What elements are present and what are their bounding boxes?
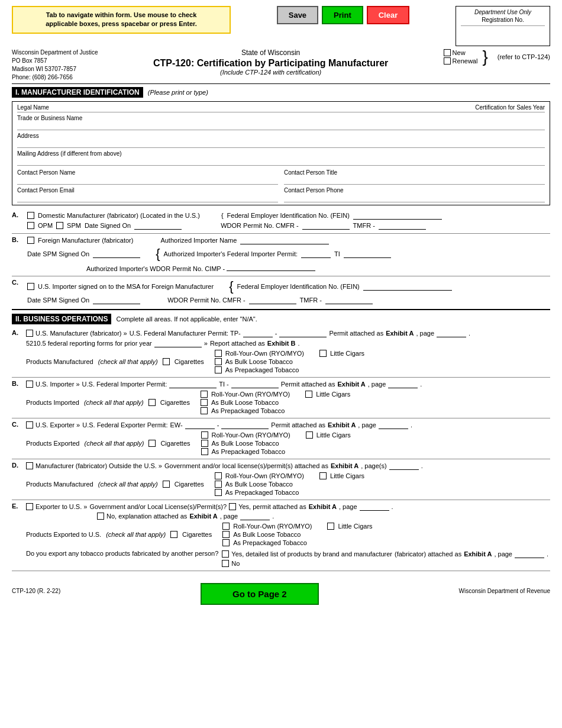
ops-a-page-field[interactable] [437,329,466,337]
ops-a-exhibit-bold: Exhibit A [386,330,414,337]
ops-e-prepkg-checkbox[interactable] [222,539,230,546]
mfr-c-fein-label: Federal Employer Identification No. (FEI… [237,283,360,290]
mfr-c-tmfr-field[interactable] [325,296,373,304]
ops-a-ryo-checkbox[interactable] [215,350,222,357]
date-signed-field[interactable] [134,221,182,230]
ops-a-check-note: (check all that apply) [98,358,158,365]
mfr-b-date-field[interactable] [93,250,140,258]
mfr-b-date-label: Date SPM Signed On [27,250,89,257]
ops-a-bulk-checkbox[interactable] [215,358,222,365]
mfr-a-tmfr-field[interactable] [379,221,426,230]
ops-c-checkbox[interactable] [26,421,33,429]
ops-a-permit-field2[interactable] [279,329,327,337]
ops-e-no-checkbox[interactable] [97,513,104,520]
mfr-a-wdor: WDOR Permit No. CMFR - [221,222,298,229]
ops-d-page-field[interactable] [389,462,419,470]
mfr-c-wdor-field[interactable] [249,296,296,304]
mfr-b-permit-field[interactable] [301,250,331,258]
go-to-page2-button[interactable]: Go to Page 2 [201,583,319,605]
renewal-checkbox[interactable] [444,57,451,65]
ops-b-permit-ti[interactable] [169,380,217,388]
mfr-a-fein-field[interactable] [353,211,442,220]
ops-e-yes-checkbox[interactable] [229,503,236,510]
ops-e-no-page-field[interactable] [240,512,270,520]
ops-d-cig-checkbox[interactable] [163,481,170,488]
ops-d-bulk-checkbox[interactable] [215,481,222,488]
ops-d-exhibit-text: Government and/or local license(s)/permi… [164,462,328,469]
mfr-c-date-field[interactable] [93,296,140,304]
ops-b-page-field[interactable] [388,380,418,388]
ops-c-bulk-checkbox[interactable] [201,440,208,447]
ops-e-export-no-checkbox[interactable] [222,560,229,567]
ops-c-page-field[interactable] [379,421,408,429]
print-button[interactable]: Print [322,6,363,24]
ops-b-ti-field[interactable] [231,380,279,388]
ops-a-permit-field1[interactable] [243,329,273,337]
ops-a-products-label: Products Manufactured [26,358,93,365]
clear-button[interactable]: Clear [367,6,410,24]
contact-email-label: Contact Person Email [17,187,278,194]
ops-e-cig-checkbox[interactable] [170,531,177,538]
form-title-block: State of Wisconsin CTP-120: Certificatio… [98,49,444,76]
ops-b-prepackaged: As Prepackaged Tobacco [211,407,285,414]
ops-e-bulk-checkbox[interactable] [222,531,230,538]
ops-c-lc-checkbox[interactable] [306,431,313,439]
ops-c-ew-field1[interactable] [185,421,215,429]
mfr-b-checkbox[interactable] [27,237,34,244]
ops-a-checkbox[interactable] [26,330,33,337]
mfr-c-checkbox[interactable] [27,283,34,290]
ops-a-cig-checkbox[interactable] [163,358,170,365]
ops-e-page2-field[interactable] [515,550,544,558]
mfr-b-importer-field[interactable] [240,236,329,244]
ops-c-products-label: Products Exported [26,440,80,447]
ops-b-ryo-checkbox[interactable] [201,391,208,398]
ops-d-lc-checkbox[interactable] [319,472,327,479]
ops-e-no-page: , page [220,513,238,520]
ops-b-cig-checkbox[interactable] [148,399,156,406]
ops-e-page2-text: , page [494,550,512,558]
spm-checkbox[interactable] [56,222,63,229]
ops-e-checkbox[interactable] [26,503,33,510]
mfr-b-wdor-field[interactable] [227,263,315,271]
ops-a-label: A. [12,329,24,336]
mfr-a-tmfr: TMFR - [353,222,375,229]
mfr-b-importer-label: Authorized Importer Name [160,237,237,244]
ops-c-cig-checkbox[interactable] [148,440,156,447]
save-button[interactable]: Save [277,6,318,24]
form-number: CTP-120 (R. 2-22) [12,588,60,594]
mfr-a-label: A. [12,211,24,218]
ops-b-prepkg-checkbox[interactable] [201,407,208,414]
mfr-c-fein-field[interactable] [363,282,452,291]
ops-b-bulk-checkbox[interactable] [201,399,208,406]
mfr-b-ti-field[interactable] [344,250,391,258]
ops-e-ryo-checkbox[interactable] [222,523,230,530]
form-title: CTP-120: Certification by Participating … [98,58,444,69]
opm-checkbox[interactable] [27,222,34,229]
ops-b-lc-checkbox[interactable] [305,391,312,398]
ops-c-prepkg-checkbox[interactable] [201,448,208,455]
mfr-section-a: A. Domestic Manufacturer (fabricator) (L… [12,209,550,234]
legal-name-label: Legal Name [17,104,49,111]
ops-e-yes-page-field[interactable] [360,502,389,511]
mfr-a-checkbox[interactable] [27,212,34,219]
ops-a-reporting-field[interactable] [154,339,202,347]
ops-d-ryo-checkbox[interactable] [215,472,222,479]
new-checkbox[interactable] [444,49,451,56]
ops-c-ew-field2[interactable] [221,421,269,429]
ops-e-lc-checkbox[interactable] [327,523,334,530]
ops-a-prepkg-checkbox[interactable] [215,366,222,373]
ops-e-yes-text: Yes, permit attached as [238,503,306,510]
ops-a-reporting: 5210.5 federal reporting forms for prior… [26,340,152,347]
renewal-checkbox-row[interactable]: Renewal [444,57,478,65]
ops-d-checkbox[interactable] [26,462,33,469]
ops-c-section: C. U.S. Exporter » U.S. Federal Exporter… [12,418,550,459]
mfr-a-wdor-field[interactable] [302,221,350,230]
ops-e-prepackaged: As Prepackaged Tobacco [233,539,307,546]
ops-c-ryo-checkbox[interactable] [201,431,208,439]
ops-b-checkbox[interactable] [26,381,33,388]
ops-e-export-yes-checkbox[interactable] [222,550,229,558]
ops-a-lc-checkbox[interactable] [319,350,327,357]
section-ii-header: II. BUSINESS OPERATIONS [12,314,111,324]
new-checkbox-row[interactable]: New [444,49,478,56]
ops-d-prepkg-checkbox[interactable] [215,489,222,496]
